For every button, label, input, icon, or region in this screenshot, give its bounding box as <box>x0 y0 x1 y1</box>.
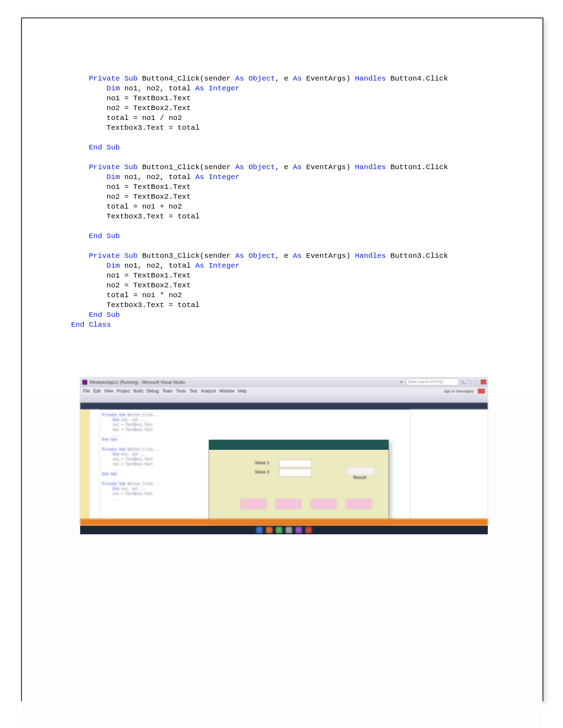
taskbar-icon[interactable] <box>276 527 282 533</box>
taskbar-icon[interactable] <box>266 527 272 533</box>
minimize-button[interactable] <box>467 379 472 384</box>
keyword-sub-end-2: Sub <box>107 232 120 240</box>
menu-help[interactable]: Help <box>238 389 247 394</box>
keyword-private-3: Private <box>89 252 120 260</box>
sub2-handles-target: Button1.Click <box>391 163 448 171</box>
keyword-end-1: End <box>89 143 102 152</box>
sub3-dim-vars: no1, no2, total <box>120 262 195 270</box>
keyword-sub: Sub <box>124 75 138 83</box>
sub2-line1: no1 = TextBox1.Text <box>107 183 191 191</box>
keyword-dim-2: Dim <box>107 173 120 181</box>
code-listing: Private Sub Button4_Click(sender As Obje… <box>71 64 507 340</box>
sub3-line3: total = no1 * no2 <box>107 291 182 299</box>
document-page: Private Sub Button4_Click(sender As Obje… <box>21 18 543 701</box>
sub1-line4: Textbox3.Text = total <box>107 124 200 132</box>
taskbar-icon[interactable] <box>305 527 312 533</box>
textbox-value1[interactable] <box>279 460 312 467</box>
ide-menubar: File Edit View Project Build Debug Team … <box>80 387 488 395</box>
ide-left-tool-tab[interactable] <box>80 410 90 519</box>
keyword-sub-2: Sub <box>124 163 138 171</box>
taskbar-icon[interactable] <box>286 527 292 533</box>
keyword-object: Object <box>248 75 275 83</box>
keyword-as-2: As <box>293 75 302 83</box>
ide-statusbar <box>80 519 488 526</box>
button-multiply[interactable] <box>311 499 336 509</box>
keyword-dim: Dim <box>107 84 120 92</box>
keyword-as-7: As <box>235 252 244 260</box>
sub1-line1: no1 = TextBox1.Text <box>107 94 191 102</box>
keyword-integer: Integer <box>209 84 240 92</box>
sub1-line2: no2 = TextBox2.Text <box>107 104 191 112</box>
ide-title: WindowsApp11 (Running) - Microsoft Visua… <box>89 380 185 385</box>
menu-file[interactable]: File <box>83 389 90 394</box>
textbox-value2[interactable] <box>279 469 312 477</box>
sub2-line2: no2 = TextBox2.Text <box>107 193 191 201</box>
vs-logo-icon <box>82 380 87 385</box>
menu-project[interactable]: Project <box>117 389 130 394</box>
label-value2: Value 2 <box>255 470 269 474</box>
keyword-sub-3: Sub <box>124 252 138 260</box>
keyword-end-class-1: End <box>71 321 84 329</box>
keyword-handles: Handles <box>355 75 386 83</box>
runtime-form-window[interactable]: Value 1 Value 2 Result <box>209 440 389 525</box>
notifications-badge-icon[interactable] <box>478 389 485 394</box>
form-titlebar[interactable] <box>209 440 388 450</box>
ide-tabstrip <box>80 403 488 410</box>
menu-edit[interactable]: Edit <box>93 389 101 394</box>
ide-right-panel <box>410 410 488 519</box>
sub2-args-mid: , e <box>275 163 293 171</box>
keyword-end-class-2: Class <box>89 321 111 329</box>
ide-sign-in[interactable]: sign in messages <box>444 389 474 393</box>
keyword-sub-end-3: Sub <box>107 311 120 319</box>
form-body: Value 1 Value 2 Result <box>209 450 388 524</box>
label-value1: Value 1 <box>255 460 269 465</box>
quick-launch-input[interactable]: Quick Launch (Ctrl+Q) <box>406 378 459 385</box>
menu-analyze[interactable]: Analyze <box>201 389 216 394</box>
textbox-result[interactable] <box>346 467 375 475</box>
menu-debug[interactable]: Debug <box>146 389 159 394</box>
close-button[interactable] <box>481 379 486 384</box>
sub1-args-end: EventArgs) <box>306 75 350 83</box>
menu-test[interactable]: Test <box>190 389 197 394</box>
taskbar-icon[interactable] <box>256 527 262 533</box>
maximize-button[interactable] <box>474 379 479 384</box>
menu-tools[interactable]: Tools <box>176 389 186 394</box>
keyword-as-6: As <box>195 173 204 181</box>
windows-taskbar <box>80 526 488 534</box>
menu-window[interactable]: Window <box>219 389 234 394</box>
keyword-sub-end-1: Sub <box>107 143 120 152</box>
keyword-object-3: Object <box>248 252 275 260</box>
keyword-as: As <box>235 75 244 83</box>
sub1-signature: Button4_Click(sender <box>142 75 231 83</box>
keyword-as-9: As <box>195 262 204 270</box>
sub3-handles-target: Button3.Click <box>391 252 448 260</box>
sub3-args-end: EventArgs) <box>306 252 350 260</box>
menu-build[interactable]: Build <box>133 389 143 394</box>
keyword-end-2: End <box>89 232 102 240</box>
sub2-dim-vars: no1, no2, total <box>120 173 195 181</box>
keyword-end-3: End <box>89 311 102 319</box>
sub1-handles-target: Button4.Click <box>391 75 448 83</box>
search-icon[interactable]: 🔍 <box>460 380 465 384</box>
button-subtract[interactable] <box>276 499 301 509</box>
sub3-signature: Button3_Click(sender <box>142 252 231 260</box>
keyword-integer-2: Integer <box>209 173 240 181</box>
keyword-handles-2: Handles <box>355 163 386 171</box>
label-result: Result <box>353 475 366 480</box>
keyword-handles-3: Handles <box>355 252 386 260</box>
menu-view[interactable]: View <box>104 389 113 394</box>
button-add[interactable] <box>241 499 266 509</box>
keyword-as-5: As <box>293 163 302 171</box>
ide-body: Private Sub Button_Click... Dim no1, no2… <box>80 410 488 519</box>
sub2-line3: total = no1 + no2 <box>107 203 182 211</box>
menu-team[interactable]: Team <box>162 389 172 394</box>
sub3-args-mid: , e <box>275 252 293 260</box>
button-divide[interactable] <box>346 499 372 509</box>
quick-launch-glyph: ▾ <box>400 380 405 384</box>
sub1-line3: total = no1 / no2 <box>107 114 182 122</box>
keyword-integer-3: Integer <box>209 262 240 270</box>
sub2-args-end: EventArgs) <box>306 163 350 171</box>
taskbar-icon[interactable] <box>296 527 302 533</box>
sub3-line1: no1 = TextBox1.Text <box>107 272 191 280</box>
sub1-args-mid: , e <box>275 75 293 83</box>
